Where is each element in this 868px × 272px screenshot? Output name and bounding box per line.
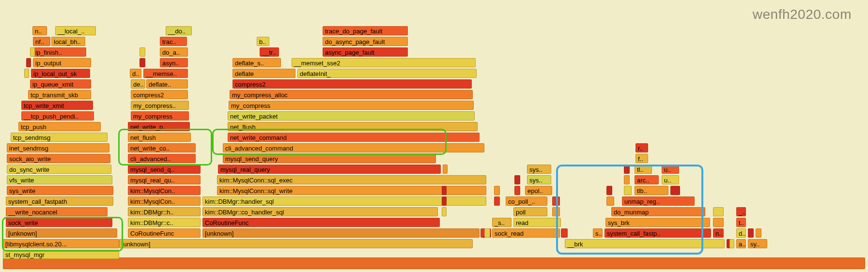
- flame-frame[interactable]: deflate..: [146, 79, 188, 89]
- flame-frame[interactable]: do_async_page_fault: [323, 37, 408, 46]
- flame-frame[interactable]: my_compress: [131, 111, 189, 121]
- flame-frame[interactable]: [30, 47, 35, 57]
- flame-frame[interactable]: nf..: [33, 37, 50, 46]
- flame-frame[interactable]: tcp_write_xmit: [21, 101, 93, 110]
- flame-frame[interactable]: kim::MysqlCon..: [128, 186, 201, 195]
- flame-frame[interactable]: do_a..: [160, 47, 188, 57]
- flame-frame[interactable]: read: [513, 218, 561, 227]
- flame-frame[interactable]: [624, 175, 630, 184]
- flame-frame[interactable]: [unknown]: [202, 228, 480, 238]
- flame-base-frame[interactable]: [3, 257, 865, 269]
- flame-frame[interactable]: [140, 47, 145, 57]
- flame-frame[interactable]: net_write_co..: [128, 143, 196, 152]
- flame-frame[interactable]: net_write_command: [228, 133, 480, 142]
- flame-frame[interactable]: net_write_p..: [128, 122, 190, 131]
- flame-frame[interactable]: trace_do_page_fault: [323, 26, 408, 35]
- flame-frame[interactable]: deflateInit_: [297, 69, 477, 78]
- flame-frame[interactable]: _..: [736, 207, 746, 216]
- flame-frame[interactable]: [494, 186, 500, 195]
- flame-frame[interactable]: system_call_fastpath: [6, 196, 113, 206]
- flame-frame[interactable]: r..: [636, 143, 648, 152]
- flame-frame[interactable]: ip_output: [33, 58, 91, 67]
- flame-frame[interactable]: sock_write: [6, 218, 112, 227]
- flame-frame[interactable]: [624, 186, 632, 195]
- flame-frame[interactable]: u..: [662, 175, 679, 184]
- flame-frame[interactable]: [713, 207, 724, 216]
- flame-frame[interactable]: __memse..: [143, 69, 188, 78]
- flame-frame[interactable]: ip_finish..: [33, 47, 86, 57]
- flame-frame[interactable]: [514, 175, 520, 184]
- flame-frame[interactable]: u..: [662, 165, 679, 174]
- flame-frame[interactable]: tlb..: [635, 186, 668, 195]
- flame-frame[interactable]: [24, 69, 29, 78]
- flame-frame[interactable]: d..: [736, 228, 746, 238]
- flame-frame[interactable]: deflate_s..: [232, 58, 281, 67]
- flame-frame[interactable]: kim::MysqlCon..: [128, 196, 201, 206]
- flame-frame[interactable]: [442, 207, 447, 216]
- flame-frame[interactable]: inet_sendmsg: [7, 143, 109, 152]
- flame-frame[interactable]: sys..: [527, 165, 551, 174]
- flame-frame[interactable]: [756, 228, 761, 238]
- flame-frame[interactable]: [713, 218, 724, 227]
- flame-frame[interactable]: t..: [736, 218, 746, 227]
- flame-frame[interactable]: do_munmap: [611, 207, 705, 216]
- flame-frame[interactable]: cli_advanced..: [128, 154, 196, 163]
- flame-frame[interactable]: n..: [32, 26, 47, 35]
- flame-frame[interactable]: compress2: [232, 79, 472, 89]
- flame-frame[interactable]: __memset_sse2: [292, 58, 476, 67]
- flame-frame[interactable]: arc..: [635, 175, 659, 184]
- flame-frame[interactable]: sys_write: [7, 186, 113, 195]
- flame-frame[interactable]: mysql_send_query: [223, 154, 436, 163]
- flame-frame[interactable]: [606, 196, 614, 206]
- flame-frame[interactable]: async_page_fault: [323, 47, 408, 57]
- flame-frame[interactable]: local_bh..: [51, 37, 85, 46]
- flame-frame[interactable]: kim::DBMgr::h..: [128, 207, 201, 216]
- flame-frame[interactable]: tl..: [635, 165, 652, 174]
- flame-frame[interactable]: net_flush: [228, 122, 478, 131]
- flame-frame[interactable]: [26, 58, 31, 67]
- flame-frame[interactable]: __write_nocancel: [6, 207, 108, 216]
- flame-frame[interactable]: __local_..: [55, 26, 96, 35]
- flame-frame[interactable]: __brk: [565, 239, 725, 248]
- flame-frame[interactable]: [606, 186, 612, 195]
- flame-frame[interactable]: mysql_real_query: [218, 165, 441, 174]
- flame-frame[interactable]: [442, 196, 447, 206]
- flame-frame[interactable]: my_compress_alloc: [230, 90, 473, 99]
- flame-frame[interactable]: kim::DBMgr::co_handler_sql: [202, 207, 438, 216]
- flame-frame[interactable]: CoRoutineFunc: [128, 228, 201, 238]
- flame-frame[interactable]: [140, 58, 145, 67]
- flame-frame[interactable]: epol..: [525, 186, 552, 195]
- flame-frame[interactable]: [unknown]: [6, 228, 117, 238]
- flame-frame[interactable]: _s..: [492, 218, 512, 227]
- flame-frame[interactable]: asyn..: [160, 58, 188, 67]
- flame-frame[interactable]: [484, 228, 490, 238]
- flame-frame[interactable]: [443, 165, 448, 174]
- flame-frame[interactable]: kim::MysqlConn::sql_exec: [217, 175, 486, 184]
- flame-frame[interactable]: [494, 196, 500, 206]
- flame-frame[interactable]: poll: [513, 207, 547, 216]
- flame-frame[interactable]: st_mysql_mgr: [3, 250, 119, 259]
- flame-frame[interactable]: sy..: [748, 239, 767, 248]
- flame-frame[interactable]: [442, 186, 447, 195]
- flame-frame[interactable]: deflate: [232, 69, 295, 78]
- flame-frame[interactable]: net_write_packet: [228, 111, 475, 121]
- flame-frame[interactable]: cli_advanced_command: [223, 143, 484, 152]
- flame-frame[interactable]: __do..: [166, 26, 192, 35]
- flame-frame[interactable]: __tr..: [260, 47, 279, 57]
- flame-frame[interactable]: sock_read: [492, 228, 560, 238]
- flame-frame[interactable]: sock_aio_write: [7, 154, 110, 163]
- flame-frame[interactable]: tcp_sendmsg: [11, 133, 108, 142]
- flame-frame[interactable]: a..: [736, 239, 746, 248]
- flame-frame[interactable]: CoRoutineFunc: [202, 218, 440, 227]
- flame-frame[interactable]: tcp_push: [18, 122, 101, 131]
- flame-frame[interactable]: mysql_send_q..: [128, 165, 201, 174]
- flame-frame[interactable]: trac..: [160, 37, 187, 46]
- flame-frame[interactable]: tcp_transmit_skb: [28, 90, 91, 99]
- flame-frame[interactable]: [libmysqlclient.so.20...: [3, 239, 119, 248]
- flame-frame[interactable]: net_flush: [128, 133, 191, 142]
- flame-frame[interactable]: my_compress: [229, 101, 474, 110]
- flame-frame[interactable]: mysql_real_qu..: [128, 175, 201, 184]
- flame-frame[interactable]: s..: [593, 228, 603, 238]
- flame-frame[interactable]: [552, 207, 560, 216]
- flame-frame[interactable]: compress2: [131, 90, 188, 99]
